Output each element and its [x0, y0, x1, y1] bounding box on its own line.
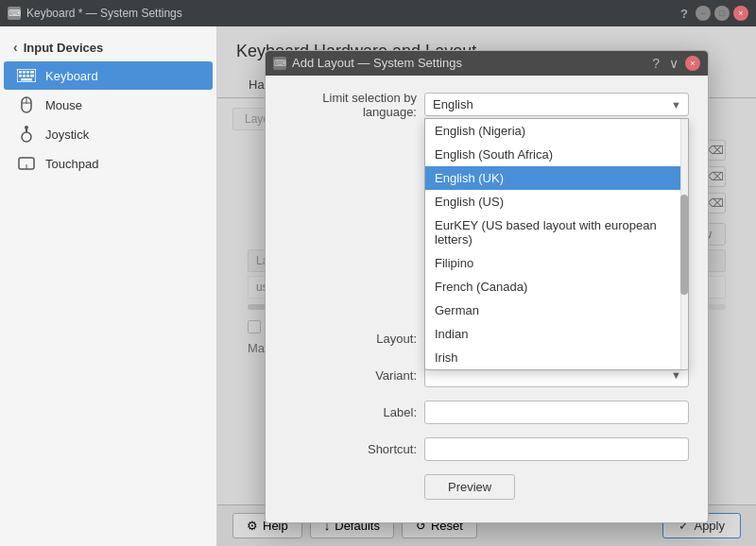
title-bar: ⌨ Keyboard * — System Settings ? − □ ×: [0, 0, 756, 26]
variant-label: Variant:: [284, 368, 417, 383]
close-button[interactable]: ×: [733, 6, 748, 21]
content-area: Keyboard Hardware and Layout Hardware La…: [217, 26, 756, 546]
sidebar: ‹ Input Devices Keyboard: [0, 26, 217, 546]
svg-point-13: [22, 132, 31, 142]
dialog-body: Limit selection by language: English ▼ E…: [266, 76, 708, 522]
title-bar-controls: ? − □ ×: [677, 6, 748, 21]
touchpad-icon: [17, 156, 36, 171]
svg-rect-6: [23, 75, 26, 77]
svg-rect-3: [26, 71, 29, 74]
dropdown-item-9[interactable]: Irish: [425, 346, 688, 369]
label-input[interactable]: [424, 401, 689, 424]
shortcut-row: Shortcut:: [284, 437, 689, 461]
dropdown-item-1[interactable]: English (South Africa): [425, 143, 688, 166]
dropdown-item-8[interactable]: Indian: [425, 322, 688, 346]
shortcut-control: [424, 437, 689, 461]
svg-rect-8: [30, 75, 34, 77]
dropdown-item-2[interactable]: English (UK): [425, 166, 688, 190]
minimize-button[interactable]: −: [696, 6, 711, 21]
maximize-button[interactable]: □: [714, 6, 730, 21]
sidebar-item-keyboard[interactable]: Keyboard: [4, 61, 213, 90]
dropdown-item-4[interactable]: EurKEY (US based layout with european le…: [425, 213, 688, 251]
keyboard-icon: [17, 68, 36, 83]
dropdown-item-3[interactable]: English (US): [425, 190, 688, 213]
layout-label: Layout:: [284, 332, 417, 346]
add-layout-dialog: ⌨ Add Layout — System Settings ? ∨ × Lim…: [265, 50, 709, 523]
label-control: [424, 401, 689, 424]
sidebar-mouse-label: Mouse: [45, 98, 82, 112]
dialog-overlay: ⌨ Add Layout — System Settings ? ∨ × Lim…: [217, 26, 756, 546]
dialog-controls: ? ∨ ×: [649, 56, 700, 71]
dialog-help-btn[interactable]: ?: [649, 56, 662, 71]
sidebar-back-button[interactable]: ‹ Input Devices: [0, 30, 216, 60]
dialog-min-btn[interactable]: ∨: [666, 56, 681, 71]
help-button[interactable]: ?: [677, 6, 692, 21]
window-title: Keyboard * — System Settings: [26, 7, 182, 20]
svg-rect-4: [30, 71, 34, 74]
dropdown-item-5[interactable]: Filipino: [425, 251, 688, 275]
dropdown-item-7[interactable]: German: [425, 299, 688, 322]
label-row: Label:: [284, 401, 689, 424]
app-icon: ⌨: [8, 7, 21, 20]
dropdown-scrollbar-thumb: [680, 195, 688, 295]
svg-rect-5: [19, 75, 22, 77]
shortcut-field-label: Shortcut:: [284, 442, 417, 456]
shortcut-input[interactable]: [424, 437, 689, 461]
dialog-icon: ⌨: [273, 57, 286, 70]
svg-rect-7: [26, 75, 29, 77]
limit-language-select[interactable]: English: [424, 93, 689, 116]
sidebar-item-joystick[interactable]: Joystick: [4, 120, 213, 148]
dropdown-items-container: English (Nigeria) English (South Africa)…: [425, 119, 688, 369]
dropdown-item-0[interactable]: English (Nigeria): [425, 119, 688, 143]
sidebar-touchpad-label: Touchpad: [45, 157, 98, 171]
dialog-preview-btn[interactable]: Preview: [424, 474, 515, 500]
sidebar-joystick-label: Joystick: [45, 128, 89, 142]
dropdown-scrollbar[interactable]: [680, 119, 688, 369]
svg-rect-2: [23, 71, 26, 74]
label-field-label: Label:: [284, 405, 417, 419]
limit-language-row: Limit selection by language: English ▼ E…: [284, 91, 689, 119]
dialog-close-btn[interactable]: ×: [685, 56, 700, 71]
limit-language-label: Limit selection by language:: [284, 91, 417, 119]
svg-point-15: [25, 126, 28, 129]
sidebar-header-label: Input Devices: [24, 41, 104, 55]
dialog-title-bar: ⌨ Add Layout — System Settings ? ∨ ×: [266, 51, 708, 76]
dialog-title: Add Layout — System Settings: [292, 56, 462, 70]
dropdown-list: English (Nigeria) English (South Africa)…: [424, 118, 689, 370]
back-arrow-icon: ‹: [13, 40, 18, 55]
svg-rect-9: [21, 78, 32, 81]
mouse-icon: [17, 97, 36, 112]
sidebar-item-mouse[interactable]: Mouse: [4, 91, 213, 119]
main-layout: ‹ Input Devices Keyboard: [0, 26, 756, 546]
sidebar-keyboard-label: Keyboard: [45, 69, 98, 83]
sidebar-item-touchpad[interactable]: Touchpad: [4, 149, 213, 178]
dialog-title-left: ⌨ Add Layout — System Settings: [273, 56, 462, 70]
svg-rect-1: [19, 71, 22, 74]
title-bar-left: ⌨ Keyboard * — System Settings: [8, 7, 182, 20]
joystick-icon: [17, 127, 36, 142]
dropdown-item-6[interactable]: French (Canada): [425, 275, 688, 299]
limit-language-control: English ▼ English (Nigeria) English (Sou…: [424, 93, 689, 116]
